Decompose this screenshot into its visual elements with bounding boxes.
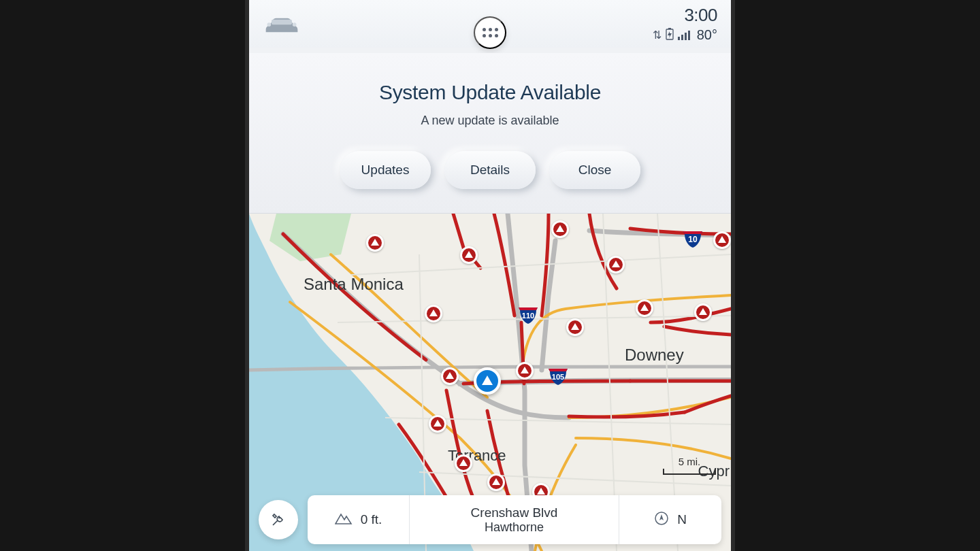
vehicle-icon[interactable] [263,14,301,34]
heading-segment[interactable]: N [619,495,721,544]
traffic-alert-icon[interactable] [455,454,472,472]
cell-signal-icon [678,31,690,40]
traffic-alert-icon[interactable] [636,299,653,317]
elevation-segment[interactable]: 0 ft. [308,495,410,544]
svg-rect-2 [272,20,292,24]
map-bottom-bar: 0 ft. Crenshaw Blvd Hawthorne N [249,488,731,551]
battery-icon [666,28,674,43]
panel-title: System Update Available [379,81,601,104]
outside-temperature: 80° [697,27,717,43]
panel-subtitle: A new update is available [421,114,559,128]
location-segment[interactable]: Crenshaw Blvd Hawthorne [410,495,619,544]
current-location-marker[interactable] [474,367,501,395]
navigation-map[interactable]: Santa Monica Downey Torrance Cypr 10 110… [249,214,731,551]
heading-value: N [677,512,687,527]
app-drawer-icon [483,28,498,37]
svg-text:10: 10 [688,235,698,244]
mountain-icon [335,512,353,528]
traffic-alert-icon[interactable] [516,362,534,380]
status-right-cluster: 3:00 ⇅ 80° [653,5,717,43]
map-scale-label: 5 mi. [679,456,701,467]
traffic-alert-icon[interactable] [694,303,712,321]
map-info-card: 0 ft. Crenshaw Blvd Hawthorne N [308,495,721,544]
data-transfer-icon: ⇅ [653,29,662,41]
shield-i110: 110 [517,303,539,325]
map-tools-button[interactable] [259,500,298,539]
updates-button[interactable]: Updates [340,151,431,189]
vehicle-display: 3:00 ⇅ 80° System Update Available A new… [245,0,735,551]
elevation-value: 0 ft. [361,512,382,527]
shield-i10: 10 [682,227,704,249]
traffic-alert-icon[interactable] [566,318,584,336]
details-button[interactable]: Details [444,151,536,189]
traffic-alert-icon[interactable] [366,234,384,252]
traffic-alert-icon[interactable] [425,305,442,322]
compass-icon [654,511,669,529]
traffic-alert-icon[interactable] [429,415,446,433]
traffic-alert-icon[interactable] [460,246,478,264]
tools-icon [270,512,287,528]
svg-text:110: 110 [522,312,534,320]
close-button[interactable]: Close [549,151,640,189]
svg-point-1 [293,22,297,27]
traffic-alert-icon[interactable] [713,231,731,249]
traffic-alert-icon[interactable] [441,367,459,385]
app-drawer-button[interactable] [474,16,506,49]
svg-rect-4 [668,28,671,29]
shield-i105: 105 [547,365,569,386]
traffic-alert-icon[interactable] [607,256,625,273]
system-update-panel: System Update Available A new update is … [249,53,731,214]
clock: 3:00 [653,5,717,26]
current-street: Crenshaw Blvd [471,505,558,520]
svg-text:105: 105 [552,373,564,381]
map-scale: 5 mi. [663,456,716,475]
current-city: Hawthorne [485,520,544,535]
svg-point-0 [267,22,272,27]
traffic-alert-icon[interactable] [551,220,569,238]
